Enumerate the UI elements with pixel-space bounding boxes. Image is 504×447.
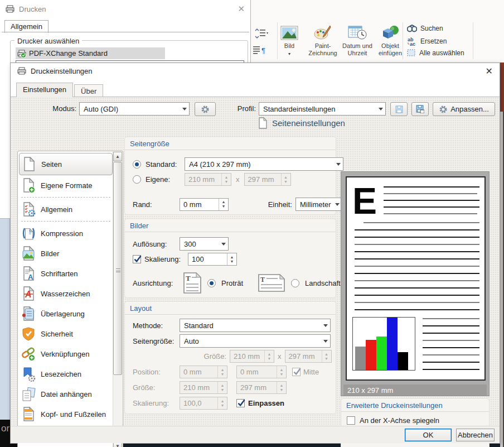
landscape-label: Landschaft: [305, 279, 341, 287]
image-icon: [22, 246, 36, 261]
anpassen-button[interactable]: Anpassen...: [433, 102, 495, 116]
sidebar-item-kompression[interactable]: Kompression: [19, 223, 113, 243]
dialog-body: Modus: Auto (GDI) Profil: Standardeinste…: [11, 97, 500, 426]
standard-radio[interactable]: [133, 160, 141, 169]
preview-letter: E: [352, 180, 377, 222]
fonts-page-icon: A: [22, 266, 36, 281]
dialog-titlebar: Druckeinstellungen ✕: [11, 63, 500, 79]
gear-icon: [201, 105, 210, 114]
modus-dropdown[interactable]: Auto (GDI): [79, 102, 190, 116]
dropdown-arrow: ▾: [288, 51, 290, 56]
select-all-button[interactable]: Alle auswählen: [407, 49, 464, 57]
date-time-button[interactable]: Datum undUhrzeit: [340, 23, 375, 57]
dialog-close-icon[interactable]: ✕: [486, 66, 493, 76]
svg-text:T: T: [186, 274, 191, 282]
seitengroesse-dropdown[interactable]: Auto: [180, 334, 331, 348]
object-insert-icon: [375, 23, 406, 42]
sidebar-scrollbar[interactable]: ▲ ▼: [113, 152, 122, 447]
svg-text:ac: ac: [410, 41, 415, 46]
sidebar-item-schriftarten[interactable]: A Schriftarten: [19, 263, 113, 283]
einheit-dropdown[interactable]: Millimeter: [295, 198, 342, 211]
sidebar-item-datei-anhaengen[interactable]: Datei anhängen: [19, 384, 113, 404]
preview-bar-chart: [352, 317, 415, 371]
section-seitengroesse: Seitengröße Standard: A4 (210 x 297 mm) …: [124, 137, 336, 215]
bar: [366, 340, 376, 370]
ausrichtung-label: Ausrichtung:: [133, 279, 177, 287]
sidebar-item-verknuepfungen[interactable]: Verknüpfungen: [19, 344, 113, 364]
header-footer-icon: [22, 407, 36, 422]
save-profile-button[interactable]: [390, 102, 408, 116]
overlay-page-icon: [22, 306, 36, 321]
sidebar-item-kopf-fusszeilen[interactable]: Kopf- und Fußzeilen: [19, 404, 113, 424]
insert-object-button[interactable]: Objekteinfügen: [375, 23, 406, 57]
skalierung-checkbox[interactable]: [133, 255, 141, 263]
compress-page-icon: [22, 226, 36, 241]
tab-allgemein[interactable]: Allgemein: [4, 20, 49, 33]
printer-status-icon: [17, 49, 26, 58]
sidebar-item-seiten[interactable]: Seiten: [19, 153, 113, 175]
profil-dropdown[interactable]: Standardeinstellungen: [259, 102, 386, 116]
paragraph-icon[interactable]: ¶: [252, 45, 266, 56]
skalierung-spinner[interactable]: 100▲▼: [188, 253, 237, 266]
rand-spinner[interactable]: 0 mm▲▼: [180, 198, 229, 211]
section-title: Layout: [125, 302, 336, 315]
printer-icon: [17, 66, 26, 75]
scroll-up-icon[interactable]: ▲: [113, 152, 122, 161]
printer-item[interactable]: PDF-XChange Standard: [16, 47, 165, 59]
ok-button[interactable]: OK: [405, 429, 452, 441]
portrait-radio[interactable]: [207, 279, 216, 287]
sidebar-item-sicherheit[interactable]: Sicherheit: [19, 324, 113, 344]
einpassen-checkbox[interactable]: [236, 399, 245, 407]
section-title: Bilder: [125, 219, 336, 232]
bar: [387, 318, 398, 370]
eigene-radio[interactable]: [133, 175, 141, 184]
dialog-footer: OK Abbrechen: [11, 426, 500, 443]
search-button[interactable]: Suchen: [407, 25, 443, 32]
separator: [21, 197, 110, 198]
aufloesung-dropdown[interactable]: 300: [180, 237, 229, 251]
taskbar-text: or: [1, 423, 9, 434]
mitte-label: Mitte: [303, 368, 319, 376]
scrollbar-thumb[interactable]: [113, 162, 122, 375]
paint-drawing-button[interactable]: Paint-Zeichnung: [306, 23, 340, 57]
settings-sidebar: Seiten Eigene Formate Allgemein Kompr: [17, 151, 123, 447]
chevron-down-icon: [182, 108, 187, 110]
save-profile-as-button[interactable]: [411, 102, 429, 116]
skalierung-label: Skalierung:: [144, 255, 188, 263]
methode-label: Methode:: [133, 321, 180, 330]
aufloesung-label: Auflösung:: [133, 240, 180, 248]
insert-picture-button[interactable]: Bild▾: [275, 23, 303, 57]
line-spacing-icon[interactable]: [254, 28, 269, 39]
methode-dropdown[interactable]: Standard: [180, 319, 331, 332]
sidebar-item-bilder[interactable]: Bilder: [19, 243, 113, 263]
bar: [355, 347, 366, 370]
layout-size-w-spinner: 210 mm▲▼: [230, 350, 274, 363]
flip-x-checkbox[interactable]: [347, 416, 355, 425]
custom-height-spinner: 297 mm▲▼: [244, 173, 291, 186]
replace-button[interactable]: abac Ersetzen: [407, 37, 447, 46]
custom-width-spinner: 210 mm▲▼: [185, 173, 231, 186]
groesse2-w-spinner: 210 mm▲▼: [180, 381, 227, 394]
bar: [398, 352, 408, 370]
chevron-down-icon: [323, 340, 328, 343]
ribbon: ¶ Bild▾ Paint-Zeichnung Datum undUhrzeit: [251, 0, 504, 63]
sidebar-item-lesezeichen[interactable]: Lesezeichen: [19, 364, 113, 384]
mitte-checkbox: [292, 368, 301, 376]
modus-settings-button[interactable]: [195, 102, 216, 116]
sidebar-item-wasserzeichen[interactable]: A Wasserzeichen: [19, 283, 113, 304]
shield-icon: [22, 326, 36, 342]
sidebar-item-allgemein[interactable]: Allgemein: [19, 199, 113, 219]
sidebar-item-ueberlagerung[interactable]: Überlagerung: [19, 304, 113, 324]
sidebar-item-eigene-formate[interactable]: Eigene Formate: [19, 175, 113, 195]
watermark-page-icon: A: [22, 286, 36, 301]
layout-size-h-spinner: 297 mm▲▼: [285, 350, 332, 363]
landscape-radio[interactable]: [291, 279, 299, 287]
tab-einstellungen[interactable]: Einstellungen: [16, 83, 73, 97]
cancel-button[interactable]: Abbrechen: [456, 429, 495, 441]
seitengroesse-label: Seitengröße:: [133, 337, 180, 345]
page-add-icon: [22, 178, 36, 193]
position-label: Position:: [133, 368, 180, 376]
print-dialog-close-icon[interactable]: ✕: [238, 4, 245, 14]
section-title: Seitengröße: [125, 137, 336, 150]
standard-size-dropdown[interactable]: A4 (210 x 297 mm): [185, 157, 343, 171]
